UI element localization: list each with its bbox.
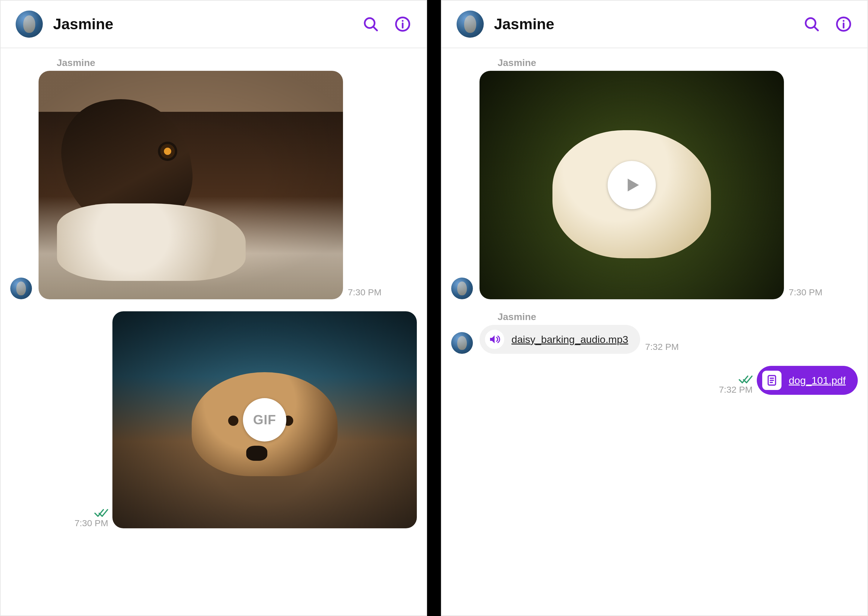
timestamp: 7:32 PM	[645, 342, 679, 352]
avatar[interactable]	[16, 11, 43, 38]
chat-panel-left: Jasmine Jasmine	[0, 0, 427, 616]
info-icon[interactable]	[833, 14, 854, 34]
avatar[interactable]	[457, 11, 484, 38]
message-group-incoming: Jasmine 7:30 PM	[10, 57, 417, 299]
play-icon[interactable]	[608, 161, 656, 209]
chat-body[interactable]: Jasmine 7:30 PM	[1, 48, 426, 615]
message-group-incoming: Jasmine 7:30 PM	[451, 57, 858, 299]
search-icon[interactable]	[361, 14, 381, 34]
pdf-filename: dog_101.pdf	[789, 375, 846, 387]
svg-point-4	[402, 20, 404, 22]
svg-point-9	[843, 20, 844, 22]
audio-message[interactable]: daisy_barking_audio.mp3	[480, 325, 640, 354]
sender-name: Jasmine	[498, 57, 858, 68]
message-group-outgoing: 7:30 PM GIF	[10, 311, 417, 528]
image-message[interactable]	[39, 71, 343, 299]
avatar-small[interactable]	[451, 278, 473, 299]
gif-badge: GIF	[243, 398, 286, 442]
audio-filename: daisy_barking_audio.mp3	[511, 334, 628, 346]
message-group-outgoing: 7:32 PM dog_101.pdf	[451, 366, 858, 395]
chat-panel-right: Jasmine Jasmine	[441, 0, 868, 616]
timestamp: 7:30 PM	[74, 518, 108, 528]
double-check-icon	[739, 374, 753, 385]
timestamp: 7:30 PM	[348, 287, 382, 297]
avatar-small[interactable]	[10, 278, 32, 299]
gif-message[interactable]: GIF	[112, 311, 417, 528]
video-message[interactable]	[480, 71, 784, 299]
info-icon[interactable]	[393, 14, 413, 34]
svg-line-1	[373, 27, 377, 30]
chat-body[interactable]: Jasmine 7:30 PM Jasmine	[442, 48, 867, 615]
chat-title: Jasmine	[53, 16, 113, 33]
document-icon	[762, 371, 782, 390]
message-group-incoming: Jasmine daisy_barking_audio.mp3	[451, 311, 858, 354]
sender-name: Jasmine	[498, 311, 858, 322]
double-check-icon	[94, 508, 108, 519]
search-icon[interactable]	[802, 14, 822, 34]
file-message[interactable]: dog_101.pdf	[757, 366, 858, 395]
timestamp: 7:32 PM	[719, 385, 753, 395]
speaker-icon	[485, 330, 504, 349]
svg-line-6	[814, 27, 818, 30]
chat-header: Jasmine	[442, 1, 867, 48]
chat-title: Jasmine	[494, 16, 554, 33]
chat-header: Jasmine	[1, 1, 426, 48]
sender-name: Jasmine	[57, 57, 417, 68]
avatar-small[interactable]	[451, 332, 473, 354]
timestamp: 7:30 PM	[789, 287, 822, 297]
